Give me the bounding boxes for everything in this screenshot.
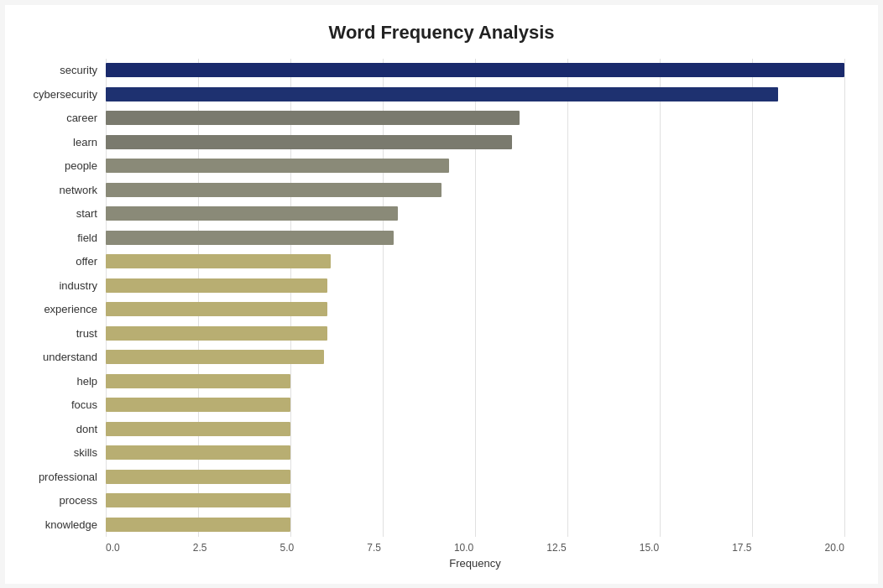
- bar-row: offer: [106, 250, 844, 274]
- bar-track: [106, 398, 844, 412]
- x-axis-label: Frequency: [106, 557, 844, 570]
- bar-fill: [106, 278, 327, 293]
- bar-track: [106, 111, 844, 125]
- chart-area: securitycybersecuritycareerlearnpeoplene…: [106, 59, 844, 537]
- bar-row: learn: [106, 130, 844, 154]
- bar-fill: [106, 254, 331, 268]
- x-tick: 5.0: [280, 542, 294, 554]
- bar-track: [106, 278, 844, 293]
- x-axis-ticks: 0.02.55.07.510.012.515.017.520.0: [106, 542, 844, 554]
- bar-label: professional: [22, 471, 106, 483]
- bar-label: field: [22, 232, 106, 244]
- bar-track: [106, 350, 844, 364]
- bar-track: [106, 470, 844, 484]
- bar-track: [106, 159, 844, 173]
- bar-fill: [106, 111, 520, 125]
- x-tick: 17.5: [732, 542, 751, 554]
- bar-label: process: [22, 494, 106, 507]
- bar-fill: [106, 493, 290, 507]
- grid-line: [844, 59, 845, 537]
- bar-label: career: [22, 112, 106, 124]
- x-tick: 7.5: [367, 542, 381, 554]
- bar-row: career: [106, 107, 844, 131]
- bar-fill: [106, 87, 778, 101]
- bar-row: trust: [106, 321, 844, 346]
- bar-row: skills: [106, 441, 844, 466]
- bar-fill: [106, 231, 394, 245]
- bar-track: [106, 254, 844, 268]
- bar-row: industry: [106, 273, 844, 298]
- bar-row: network: [106, 178, 844, 202]
- bar-fill: [106, 518, 290, 532]
- bars-wrapper: securitycybersecuritycareerlearnpeoplene…: [106, 59, 844, 537]
- bar-fill: [106, 422, 290, 436]
- x-tick: 20.0: [825, 542, 844, 554]
- bar-row: experience: [106, 298, 844, 322]
- bar-row: understand: [106, 346, 844, 370]
- bar-track: [106, 135, 844, 149]
- bar-fill: [106, 326, 327, 341]
- bar-label: focus: [22, 398, 106, 411]
- bar-fill: [106, 398, 290, 412]
- chart-container: Word Frequency Analysis securitycybersec…: [5, 5, 878, 584]
- bar-track: [106, 231, 844, 245]
- bar-label: offer: [22, 255, 106, 268]
- bar-track: [106, 422, 844, 436]
- bar-label: cybersecurity: [22, 88, 106, 101]
- bar-track: [106, 206, 844, 221]
- bar-label: skills: [22, 446, 106, 459]
- bar-track: [106, 326, 844, 341]
- bar-track: [106, 445, 844, 460]
- bar-label: security: [22, 64, 106, 76]
- bar-fill: [106, 183, 442, 197]
- bar-label: start: [22, 207, 106, 220]
- bar-fill: [106, 350, 324, 364]
- bar-label: dont: [22, 423, 106, 435]
- bar-label: experience: [22, 303, 106, 315]
- bar-fill: [106, 135, 512, 149]
- bar-track: [106, 374, 844, 388]
- bar-label: help: [22, 375, 106, 388]
- x-tick: 15.0: [640, 542, 659, 554]
- bar-fill: [106, 445, 290, 460]
- bar-row: knowledge: [106, 513, 844, 537]
- bar-row: start: [106, 202, 844, 226]
- bar-fill: [106, 470, 290, 484]
- bar-track: [106, 518, 844, 532]
- bar-row: cybersecurity: [106, 82, 844, 107]
- bar-label: trust: [22, 327, 106, 340]
- bar-row: focus: [106, 393, 844, 418]
- x-tick: 12.5: [546, 542, 566, 554]
- bar-track: [106, 493, 844, 507]
- x-tick: 0.0: [106, 542, 120, 554]
- bar-row: process: [106, 489, 844, 513]
- bar-row: security: [106, 59, 844, 83]
- bar-fill: [106, 159, 449, 173]
- bar-fill: [106, 302, 327, 316]
- bar-fill: [106, 63, 844, 77]
- bar-label: knowledge: [22, 518, 106, 531]
- bar-label: understand: [22, 351, 106, 363]
- bar-row: help: [106, 369, 844, 393]
- chart-title: Word Frequency Analysis: [39, 22, 844, 44]
- bar-row: professional: [106, 465, 844, 489]
- bar-fill: [106, 206, 398, 221]
- bar-label: network: [22, 184, 106, 196]
- bar-track: [106, 183, 844, 197]
- bar-fill: [106, 374, 290, 388]
- x-axis: 0.02.55.07.510.012.515.017.520.0 Frequen…: [106, 542, 844, 567]
- bar-label: industry: [22, 279, 106, 292]
- bar-row: field: [106, 226, 844, 250]
- bar-row: people: [106, 154, 844, 179]
- bar-row: dont: [106, 417, 844, 441]
- bar-label: people: [22, 159, 106, 172]
- x-tick: 10.0: [454, 542, 473, 554]
- bar-track: [106, 302, 844, 316]
- bar-track: [106, 63, 844, 77]
- x-tick: 2.5: [193, 542, 207, 554]
- bar-track: [106, 87, 844, 101]
- bar-label: learn: [22, 136, 106, 148]
